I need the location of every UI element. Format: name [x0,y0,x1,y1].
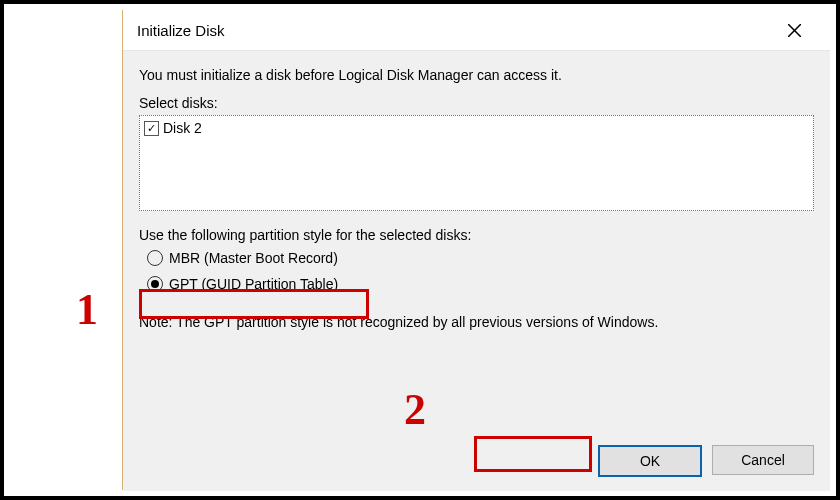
dialog-body: You must initialize a disk before Logica… [123,51,830,491]
radio-icon [147,250,163,266]
radio-icon [147,276,163,292]
instruction-text: You must initialize a disk before Logica… [139,67,814,83]
dialog-buttons: OK Cancel [598,445,814,477]
ok-button-label: OK [640,453,660,469]
annotation-number-1: 1 [76,284,98,335]
radio-mbr-label: MBR (Master Boot Record) [169,250,338,266]
disk-row[interactable]: ✓ Disk 2 [144,119,809,137]
close-icon [788,24,801,37]
screenshot-frame: Initialize Disk You must initialize a di… [0,0,840,500]
titlebar: Initialize Disk [123,10,830,51]
ok-button[interactable]: OK [598,445,702,477]
disk-checkbox[interactable]: ✓ [144,121,159,136]
cancel-button-label: Cancel [741,452,785,468]
radio-mbr[interactable]: MBR (Master Boot Record) [147,247,814,269]
select-disks-label: Select disks: [139,95,814,111]
cancel-button[interactable]: Cancel [712,445,814,475]
partition-style-label: Use the following partition style for th… [139,227,814,243]
partition-style-block: Use the following partition style for th… [139,227,814,295]
disk-label: Disk 2 [163,120,202,136]
note-text: Note: The GPT partition style is not rec… [139,313,814,332]
disk-list[interactable]: ✓ Disk 2 [139,115,814,211]
radio-gpt-label: GPT (GUID Partition Table) [169,276,338,292]
dialog-title: Initialize Disk [137,22,225,39]
close-button[interactable] [772,15,816,45]
radio-gpt[interactable]: GPT (GUID Partition Table) [147,273,814,295]
initialize-disk-dialog: Initialize Disk You must initialize a di… [122,10,830,490]
